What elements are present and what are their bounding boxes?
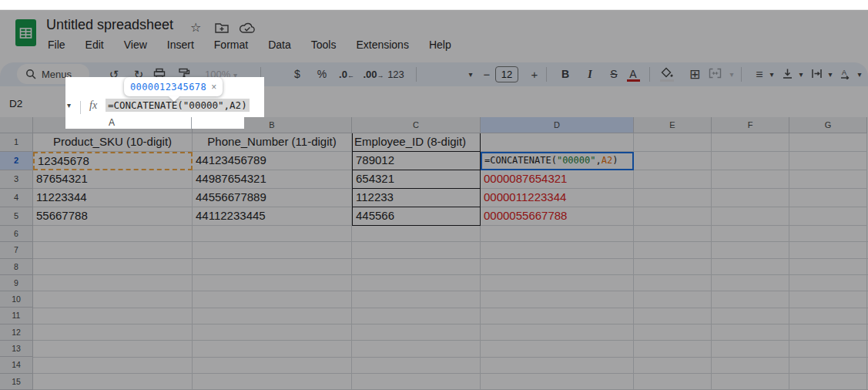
formula-bar-divider — [80, 101, 81, 114]
close-icon[interactable]: × — [211, 82, 216, 92]
name-box-chevron-icon[interactable]: ▾ — [67, 101, 71, 109]
formula-comma: , — [224, 99, 230, 111]
spotlight-header-strip: A — [65, 117, 244, 129]
formula-spotlight-panel: A ▾ fx =CONCATENATE("00000",A2) 00000123… — [65, 77, 264, 129]
column-divider — [191, 117, 192, 129]
formula-cell-ref: A2 — [230, 99, 241, 111]
tooltip-value: 0000012345678 — [130, 82, 206, 92]
formula-string-arg: "00000" — [183, 99, 224, 111]
tooltip-caret — [169, 96, 179, 102]
google-sheets-app: Untitled spreadsheet ☆ File Edit View In… — [0, 0, 868, 390]
fx-icon: fx — [89, 99, 97, 112]
dim-overlay — [0, 10, 868, 390]
browser-chrome-strip — [0, 0, 868, 10]
column-header-a-bright: A — [109, 117, 115, 129]
formula-suffix: ) — [241, 99, 247, 111]
formula-result-tooltip: 0000012345678 × — [124, 77, 223, 96]
